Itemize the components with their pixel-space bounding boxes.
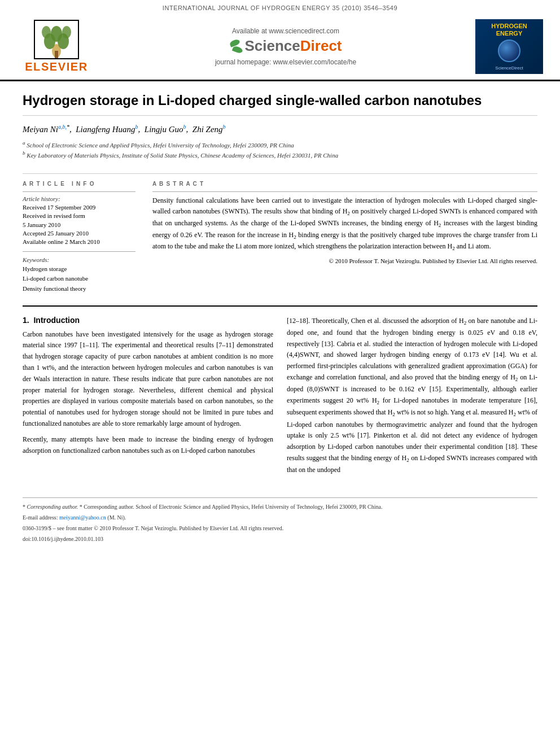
footnotes: * Corresponding author. * Corresponding … [23, 497, 537, 543]
sciencedirect-logo: ScienceDirect [230, 37, 342, 55]
affil-a-text: School of Electronic Science and Applied… [27, 141, 294, 148]
elsevier-tree-icon [34, 20, 79, 59]
available-text: Available at www.sciencedirect.com [232, 27, 339, 35]
badge-title: HYDROGENENERGY [491, 23, 527, 37]
col-right: A B S T R A C T Density functional calcu… [152, 181, 537, 294]
article-title-section: Hydrogen storage in Li-doped charged sin… [23, 81, 537, 115]
keyword-1: Hydrogen storage [23, 264, 135, 274]
body-two-col: 1. Introduction Carbon nanotubes have be… [23, 316, 537, 480]
affil-b-sup: b [23, 150, 25, 156]
body-col-left: 1. Introduction Carbon nanotubes have be… [23, 316, 273, 480]
article-content: Hydrogen storage in Li-doped charged sin… [0, 81, 560, 543]
intro-number: 1. [23, 316, 29, 325]
svg-point-4 [42, 26, 51, 38]
authors-line: Meiyan Nia,b,*, Liangfeng Huangb, Lingju… [23, 123, 537, 136]
logo-row: ELSEVIER Available at www.sciencedirect.… [0, 14, 560, 81]
accepted-date: Accepted 25 January 2010 [23, 229, 135, 238]
email-address: meiyanni@yahoo.cn [59, 514, 106, 521]
elsevier-logo: ELSEVIER [17, 20, 96, 73]
journal-header-top: INTERNATIONAL JOURNAL OF HYDROGEN ENERGY… [0, 0, 560, 14]
hydrogen-energy-badge: HYDROGENENERGY ScienceDirect [475, 19, 543, 74]
col-left: A R T I C L E I N F O Article history: R… [23, 181, 135, 294]
article-title: Hydrogen storage in Li-doped charged sin… [23, 91, 537, 109]
author-1: Meiyan Ni [23, 125, 58, 134]
author-1-sup: a,b,* [58, 124, 69, 130]
footnote-star: * Corresponding author. * Corresponding … [23, 503, 537, 511]
author-4: Zhi Zeng [193, 125, 223, 134]
author-3-sup: b [183, 124, 186, 130]
svg-rect-6 [55, 51, 58, 59]
intro-p2: Recently, many attempts have been made t… [23, 434, 273, 457]
page-wrapper: INTERNATIONAL JOURNAL OF HYDROGEN ENERGY… [0, 0, 560, 543]
intro-col2-text: [12–18]. Theoretically, Chen et al. disc… [287, 316, 537, 476]
intro-heading: 1. Introduction [23, 316, 273, 325]
keywords-label: Keywords: [23, 256, 135, 263]
badge-globe-icon [498, 40, 520, 62]
two-col-info-abstract: A R T I C L E I N F O Article history: R… [23, 173, 537, 294]
article-history-group: Article history: Received 17 September 2… [23, 195, 135, 247]
abstract-text: Density functional calculations have bee… [152, 195, 537, 253]
journal-homepage: journal homepage: www.elsevier.com/locat… [215, 58, 356, 66]
intro-p3: [12–18]. Theoretically, Chen et al. disc… [287, 316, 537, 476]
badge-subtitle: ScienceDirect [495, 65, 523, 71]
abstract-label: A B S T R A C T [152, 181, 537, 187]
copyright-line: © 2010 Professor T. Nejat Veziroglu. Pub… [152, 257, 537, 264]
intro-col1-text: Carbon nanotubes have been investigated … [23, 329, 273, 457]
center-block: Available at www.sciencedirect.com Scien… [96, 27, 475, 66]
elsevier-wordmark: ELSEVIER [25, 60, 88, 73]
article-info-box: Article history: Received 17 September 2… [23, 191, 135, 294]
footnote-issn: 0360-3199/$ – see front matter © 2010 Pr… [23, 524, 537, 532]
revised-date: Received in revised form5 January 2010 [23, 212, 135, 229]
sd-leaves-icon [230, 40, 243, 53]
intro-title: Introduction [33, 316, 80, 325]
article-info-label: A R T I C L E I N F O [23, 181, 135, 187]
sd-leaf-1 [229, 38, 240, 47]
footnote-doi: doi:10.1016/j.ijhydene.2010.01.103 [23, 535, 537, 543]
svg-point-3 [51, 26, 62, 42]
abstract-box: Density functional calculations have bee… [152, 191, 537, 264]
affiliation-a: a School of Electronic Science and Appli… [23, 139, 537, 150]
affil-a-sup: a [23, 140, 25, 146]
footnote-corresponding-label: Corresponding author. [27, 504, 78, 510]
main-body: 1. Introduction Carbon nanotubes have be… [23, 305, 537, 480]
keyword-3: Density functional theory [23, 284, 135, 294]
received-date: Received 17 September 2009 [23, 203, 135, 212]
keyword-2: Li-doped carbon nanotube [23, 274, 135, 284]
affiliations: a School of Electronic Science and Appli… [23, 139, 537, 160]
author-4-sup: b [223, 124, 226, 130]
footnote-email: E-mail address: meiyanni@yahoo.cn (M. Ni… [23, 513, 537, 522]
intro-p1: Carbon nanotubes have been investigated … [23, 329, 273, 430]
journal-header-text: INTERNATIONAL JOURNAL OF HYDROGEN ENERGY… [163, 5, 397, 11]
body-col-right: [12–18]. Theoretically, Chen et al. disc… [287, 316, 537, 480]
author-2: Liangfeng Huang [76, 125, 135, 134]
article-history-label: Article history: [23, 195, 135, 202]
author-3: Lingju Guo [145, 125, 183, 134]
footnote-star-text: * Corresponding author. School of Electr… [80, 504, 383, 510]
sd-leaf-2 [231, 45, 243, 54]
sd-direct-text: Direct [300, 37, 342, 54]
keywords-section: Keywords: Hydrogen storage Li-doped carb… [23, 256, 135, 294]
email-name: (M. Ni). [106, 514, 126, 521]
author-2-sup: b [135, 124, 138, 130]
info-divider [23, 251, 135, 252]
svg-point-5 [62, 26, 71, 38]
authors-section: Meiyan Nia,b,*, Liangfeng Huangb, Lingju… [23, 116, 537, 164]
affiliation-b: b Key Laboratory of Materials Physics, I… [23, 150, 537, 160]
affil-b-text: Key Laboratory of Materials Physics, Ins… [27, 151, 338, 158]
online-date: Available online 2 March 2010 [23, 238, 135, 246]
sd-science-text: Science [245, 37, 300, 54]
sd-wordmark: ScienceDirect [245, 37, 342, 55]
email-label: E-mail address: [23, 514, 59, 521]
